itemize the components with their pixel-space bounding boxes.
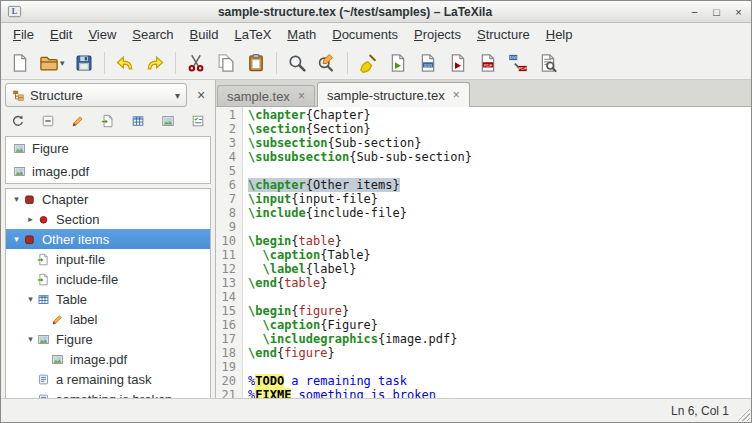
clean-button[interactable] xyxy=(354,49,382,77)
code-token: \subsection xyxy=(248,136,327,150)
paste-button[interactable] xyxy=(242,49,270,77)
panel-close-button[interactable]: × xyxy=(191,87,211,103)
tree-item-chapter[interactable]: ▾Chapter xyxy=(6,189,210,209)
panel-selector[interactable]: Structure ▾ xyxy=(5,83,187,107)
show-includes-button[interactable] xyxy=(98,111,118,131)
copy-button[interactable] xyxy=(212,49,240,77)
menu-math[interactable]: Math xyxy=(279,24,324,45)
code-token: \caption xyxy=(262,248,320,262)
tree-item-label: Chapter xyxy=(42,192,88,207)
code-token: {input-file} xyxy=(291,192,378,206)
tree-item-something-is-broken[interactable]: something is broken xyxy=(6,389,210,398)
code-token xyxy=(248,332,262,346)
code-editor[interactable]: 1\chapter{Chapter}2\section{Section}3\su… xyxy=(216,107,751,398)
open-button[interactable]: ▾ xyxy=(36,49,68,77)
code-text xyxy=(243,164,248,178)
tree-item-section[interactable]: ▸Section xyxy=(6,209,210,229)
tree-item-figure[interactable]: ▾Figure xyxy=(6,329,210,349)
application-window: L sample-structure.tex (~/test/samples) … xyxy=(0,0,752,423)
undo-button[interactable] xyxy=(111,49,139,77)
expander-expanded-icon[interactable]: ▾ xyxy=(10,194,23,204)
expander-expanded-icon[interactable]: ▾ xyxy=(10,234,23,244)
tab-close-icon[interactable]: × xyxy=(453,88,460,102)
list-item-figure[interactable]: Figure xyxy=(6,137,210,160)
statusbar: Ln 6, Col 1 xyxy=(1,398,751,422)
code-token: {image.pdf} xyxy=(378,332,457,346)
structure-tree: ▾Chapter▸Section▾Other itemsinput-filein… xyxy=(5,188,211,398)
line-number: 6 xyxy=(216,178,243,192)
line-number: 5 xyxy=(216,164,243,178)
show-todos-button[interactable] xyxy=(188,111,208,131)
menu-build[interactable]: Build xyxy=(182,24,227,45)
line-number: 1 xyxy=(216,108,243,122)
code-text: \caption{Table} xyxy=(243,248,371,262)
menu-latex[interactable]: LaTeX xyxy=(226,24,279,45)
tab-sample-tex[interactable]: sample.tex× xyxy=(217,85,315,106)
structure-top-list: Figureimage.pdf xyxy=(5,136,211,184)
structure-toolbar xyxy=(1,110,215,132)
build-pdflatex-button[interactable] xyxy=(444,49,472,77)
tree-item-include-file[interactable]: include-file xyxy=(6,269,210,289)
code-token: \begin xyxy=(248,234,291,248)
list-item-image-pdf[interactable]: image.pdf xyxy=(6,160,210,183)
tab-close-icon[interactable]: × xyxy=(298,89,305,103)
menu-documents[interactable]: Documents xyxy=(324,24,406,45)
view-dvi-button[interactable]: DVI xyxy=(414,49,442,77)
expander-expanded-icon[interactable]: ▾ xyxy=(24,294,37,304)
expander-expanded-icon[interactable]: ▾ xyxy=(24,334,37,344)
toolbar-separator xyxy=(347,52,348,74)
menu-projects[interactable]: Projects xyxy=(406,24,469,45)
line-number: 20 xyxy=(216,374,243,388)
menu-help[interactable]: Help xyxy=(538,24,581,45)
tree-item-input-file[interactable]: input-file xyxy=(6,249,210,269)
menu-structure[interactable]: Structure xyxy=(469,24,538,45)
tree-item-label[interactable]: label xyxy=(6,309,210,329)
code-line: 18\end{figure} xyxy=(216,346,751,360)
code-token xyxy=(248,248,262,262)
code-line: 12 \label{label} xyxy=(216,262,751,276)
list-item-label: Figure xyxy=(32,141,69,156)
main-content: Structure ▾ × Figureimage.pdf ▾Chapter▸S… xyxy=(1,80,751,398)
new-document-button[interactable] xyxy=(6,49,34,77)
tree-item-label: a remaining task xyxy=(56,372,151,387)
build-latex-button[interactable] xyxy=(384,49,412,77)
cut-button[interactable] xyxy=(182,49,210,77)
tree-item-image-pdf[interactable]: image.pdf xyxy=(6,349,210,369)
menu-search[interactable]: Search xyxy=(124,24,181,45)
minimize-button[interactable]: − xyxy=(688,5,701,19)
save-button[interactable] xyxy=(70,49,98,77)
view-pdf-button[interactable]: PDF xyxy=(474,49,502,77)
expander-collapsed-icon[interactable]: ▸ xyxy=(24,214,37,224)
code-text xyxy=(243,360,248,374)
refresh-button[interactable] xyxy=(8,111,28,131)
tree-item-other-items[interactable]: ▾Other items xyxy=(6,229,210,249)
tab-sample-structure-tex[interactable]: sample-structure.tex× xyxy=(317,82,470,107)
show-images-button[interactable] xyxy=(158,111,178,131)
search-replace-icon xyxy=(317,53,337,73)
menu-edit[interactable]: Edit xyxy=(42,24,80,45)
menu-file[interactable]: File xyxy=(5,24,42,45)
code-token: a remaining task xyxy=(284,374,407,388)
menu-view[interactable]: View xyxy=(80,24,124,45)
redo-button[interactable] xyxy=(141,49,169,77)
show-labels-button[interactable] xyxy=(68,111,88,131)
maximize-button[interactable]: □ xyxy=(710,5,723,19)
side-panel: Structure ▾ × Figureimage.pdf ▾Chapter▸S… xyxy=(1,80,216,398)
search-button[interactable] xyxy=(283,49,311,77)
build-latex-icon xyxy=(388,53,408,73)
code-token: figure xyxy=(284,346,327,360)
search-replace-button[interactable] xyxy=(313,49,341,77)
tree-item-a-remaining-task[interactable]: a remaining task xyxy=(6,369,210,389)
resize-grip[interactable] xyxy=(736,407,750,421)
tree-item-label: input-file xyxy=(56,252,105,267)
close-button[interactable]: × xyxy=(732,5,745,19)
collapse-all-button[interactable] xyxy=(38,111,58,131)
view-log-button[interactable] xyxy=(534,49,562,77)
show-tables-button[interactable] xyxy=(128,111,148,131)
tree-item-table[interactable]: ▾Table xyxy=(6,289,210,309)
todo-icon xyxy=(37,373,52,386)
code-token: \include xyxy=(248,206,306,220)
dvi-to-pdf-button[interactable]: DVIPDF xyxy=(504,49,532,77)
refresh-icon xyxy=(11,114,25,128)
tab-label: sample.tex xyxy=(227,89,290,104)
